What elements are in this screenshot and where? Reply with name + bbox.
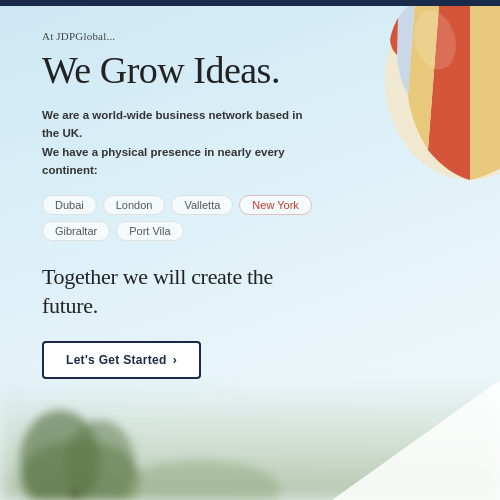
cta-arrow: › [173, 353, 177, 367]
top-bar [0, 0, 500, 6]
cta-label: Let's Get Started [66, 353, 167, 367]
location-london[interactable]: London [103, 195, 166, 215]
description: We are a world-wide business network bas… [42, 106, 320, 180]
sub-headline: Together we will create the future. [42, 263, 320, 320]
svg-rect-5 [70, 490, 78, 500]
locations-list: Dubai London Valletta New York Gibraltar… [42, 195, 320, 241]
main-content: At JDPGlobal... We Grow Ideas. We are a … [42, 30, 320, 379]
description-line2: We have a physical presence in nearly ev… [42, 146, 285, 176]
location-new-york[interactable]: New York [239, 195, 311, 215]
svg-point-6 [120, 460, 280, 500]
location-valletta[interactable]: Valletta [171, 195, 233, 215]
balloon-decoration [340, 0, 500, 190]
description-line1: We are a world-wide business network bas… [42, 109, 303, 139]
location-port-vila[interactable]: Port Vila [116, 221, 183, 241]
page-wrapper: At JDPGlobal... We Grow Ideas. We are a … [0, 0, 500, 500]
headline: We Grow Ideas. [42, 50, 320, 92]
tagline: At JDPGlobal... [42, 30, 320, 42]
location-dubai[interactable]: Dubai [42, 195, 97, 215]
location-gibraltar[interactable]: Gibraltar [42, 221, 110, 241]
cta-button[interactable]: Let's Get Started › [42, 341, 201, 379]
